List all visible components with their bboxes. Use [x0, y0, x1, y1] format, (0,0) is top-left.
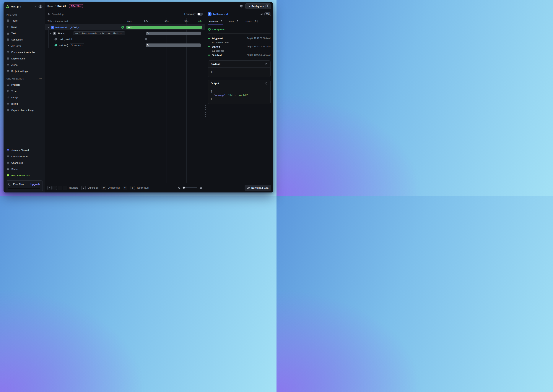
- inspector-panel: T hello-world ESC Overview O Detail D: [205, 10, 273, 192]
- organization-nav: Projects Team Usage Billing: [5, 82, 43, 113]
- event-started: Started Aug 8, 11:42:00.587 AM: [208, 44, 270, 49]
- tab-context[interactable]: Context C: [244, 18, 257, 25]
- expand-all-label[interactable]: Expand all: [88, 187, 98, 189]
- env-badge: DEV: YOU: [69, 4, 83, 8]
- task-badge-icon: T: [51, 26, 54, 29]
- sidebar-item-usage[interactable]: Usage: [5, 94, 43, 100]
- plan-card: Free Plan Upgrade: [6, 180, 43, 191]
- search-icon: [48, 13, 50, 16]
- collapse-caret-icon[interactable]: [50, 32, 52, 34]
- tree-row-attempt[interactable]: A Attemp… src/trigger/example… > helloWo…: [45, 30, 205, 36]
- navigate-right-button[interactable]: [63, 186, 67, 190]
- zoom-out-icon[interactable]: [178, 186, 181, 189]
- sidebar-item-label: Tasks: [11, 19, 17, 22]
- search-input[interactable]: [52, 13, 183, 16]
- copy-clipboard-icon[interactable]: [265, 82, 268, 85]
- output-content: { "message": "Hello, world!" }: [208, 87, 270, 104]
- sidebar-item-alerts[interactable]: Alerts: [5, 62, 43, 68]
- panel-resize-grip[interactable]: [205, 105, 206, 110]
- source-path-badge[interactable]: src/trigger/example… > helloWorldTask.ru…: [73, 31, 125, 35]
- collapse-all-key[interactable]: W: [102, 186, 106, 190]
- tab-detail[interactable]: Detail D: [228, 18, 239, 25]
- inspector-footer: Download logs: [205, 183, 273, 192]
- task-badge-icon: T: [208, 12, 212, 16]
- zoom-in-icon[interactable]: [199, 186, 202, 189]
- timeline-dot-marker[interactable]: [145, 38, 147, 41]
- project-name: Next.js 2: [11, 5, 21, 8]
- sidebar-item-api-keys[interactable]: API keys: [5, 43, 43, 49]
- sidebar-item-deployments[interactable]: Deployments: [5, 55, 43, 62]
- tasks-icon: T: [7, 19, 9, 22]
- timeline-bar-wait[interactable]: 5s: [146, 43, 201, 47]
- zoom-slider-handle[interactable]: [183, 187, 185, 189]
- sidebar-footer-item-changelog[interactable]: Changelog: [5, 160, 43, 166]
- log-message: Hello, world!: [59, 38, 72, 41]
- timeline-bar-attempt[interactable]: 5s: [146, 32, 201, 35]
- breadcrumb-separator: /: [55, 5, 55, 8]
- sidebar-item-schedules[interactable]: Schedules: [5, 36, 43, 43]
- chevron-down-icon[interactable]: [35, 5, 37, 8]
- avatar[interactable]: [38, 4, 43, 9]
- organization-section-label: ORGANIZATION •••: [7, 77, 42, 80]
- timeline-tick: 0ms: [127, 20, 131, 22]
- sidebar-item-billing[interactable]: Billing: [5, 100, 43, 107]
- info-icon: [54, 38, 57, 41]
- tab-overview[interactable]: Overview O: [208, 18, 223, 25]
- sidebar-item-project-settings[interactable]: Project settings: [5, 68, 43, 74]
- collapse-all-label[interactable]: Collapse all: [108, 187, 120, 189]
- sidebar-item-team[interactable]: Team: [5, 88, 43, 94]
- tree-row-wait[interactable]: wait.for() 5 seconds 5s: [45, 42, 205, 48]
- tree-row-log[interactable]: Hello, world!: [45, 36, 205, 42]
- plan-usage-bar: [8, 188, 40, 189]
- documentation-book-icon: [7, 155, 9, 158]
- sidebar-footer-item-join-our-discord[interactable]: Join our Discord: [5, 147, 43, 153]
- attempt-badge-icon: A: [53, 32, 56, 35]
- errors-only-label: Errors only: [184, 13, 195, 15]
- navigate-up-button[interactable]: [47, 186, 52, 190]
- output-card: Output { "message": "Hello, world!" }: [208, 80, 270, 104]
- organization-menu-icon[interactable]: •••: [39, 77, 42, 80]
- sidebar-footer-item-status[interactable]: Status: [5, 166, 43, 172]
- status-badge: Completed: [212, 28, 225, 31]
- expand-all-key[interactable]: E: [81, 186, 86, 190]
- errors-only-toggle[interactable]: [197, 13, 203, 16]
- sidebar-footer-item-help-feedback[interactable]: Help & Feedback: [5, 172, 43, 179]
- navigate-left-button[interactable]: [58, 186, 62, 190]
- wait-duration-badge: 5 seconds: [70, 43, 84, 47]
- esc-key-badge[interactable]: ESC: [264, 13, 271, 16]
- sidebar-item-label: Deployments: [11, 57, 25, 60]
- task-name[interactable]: hello-world: [55, 26, 68, 29]
- main-area: Runs / Run #1 DEV: YOU Replay run R: [45, 2, 273, 192]
- sidebar-item-label: Test: [11, 32, 16, 35]
- sidebar-item-label: Join our Discord: [11, 149, 29, 152]
- deployments-icon: [7, 57, 9, 60]
- sidebar-item-test[interactable]: Test: [5, 30, 43, 36]
- replay-run-button[interactable]: Replay run R: [245, 3, 271, 9]
- download-logs-button[interactable]: Download logs: [245, 185, 271, 191]
- collapse-caret-icon[interactable]: [48, 26, 49, 28]
- sidebar-item-tasks[interactable]: T Tasks: [5, 17, 43, 24]
- collapse-panel-icon[interactable]: [260, 13, 263, 16]
- sidebar-item-runs[interactable]: Runs: [5, 24, 43, 30]
- timeline-header: 0ms 1.7s 3.5s 5.3s 6.8s: [126, 18, 205, 24]
- timeline-bar-root[interactable]: 6.8s: [126, 26, 202, 29]
- app-window: Next.js 2 PROJECT T Tasks Runs: [4, 2, 273, 192]
- sidebar-footer-item-documentation[interactable]: Documentation: [5, 153, 43, 160]
- upgrade-arrow-circle-icon: [8, 182, 12, 186]
- event-dot-icon: [208, 55, 210, 56]
- upgrade-link[interactable]: Upgrade: [30, 183, 40, 186]
- timeline-zoom-slider[interactable]: [183, 188, 197, 188]
- breadcrumb-runs[interactable]: Runs: [47, 5, 53, 8]
- copy-clipboard-icon[interactable]: [265, 63, 268, 65]
- usage-chart-icon: [7, 96, 9, 99]
- sidebar-item-label: Environment variables: [11, 51, 35, 54]
- navigate-down-button[interactable]: [53, 186, 57, 190]
- sidebar-item-projects[interactable]: Projects: [5, 82, 43, 88]
- sidebar-item-label: Alerts: [11, 63, 17, 66]
- panel-resize-grip[interactable]: [205, 112, 206, 117]
- shield-check-icon[interactable]: [240, 4, 243, 8]
- tree-row-hello-world[interactable]: T hello-world ROOT 6.8s: [45, 24, 205, 30]
- alerts-bell-icon: [7, 63, 9, 66]
- sidebar-item-environment-variables[interactable]: Environment variables: [5, 49, 43, 55]
- sidebar-item-organization-settings[interactable]: Organization settings: [5, 107, 43, 113]
